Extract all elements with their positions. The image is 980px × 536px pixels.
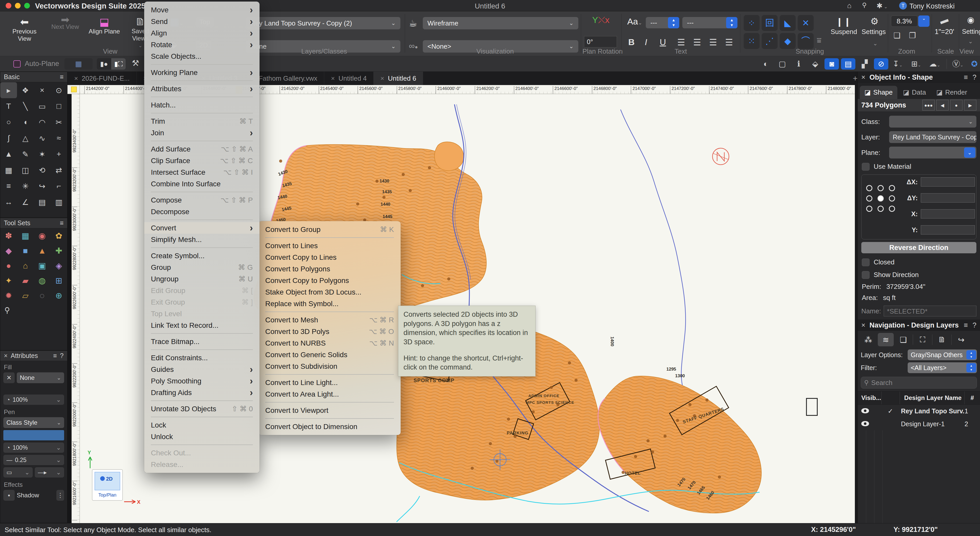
object-info-tab[interactable]: ◪ Data — [898, 86, 931, 99]
tool-set-button[interactable]: ◈ — [51, 258, 67, 273]
plan-rotation-field[interactable]: 0° — [584, 36, 617, 48]
bold-button[interactable]: B — [628, 37, 635, 47]
scale-value[interactable]: 1"=20' — [935, 28, 954, 36]
italic-button[interactable]: I — [645, 37, 647, 47]
shadow-toggle[interactable]: ▪ — [3, 490, 15, 501]
reference-point-grid[interactable] — [866, 185, 900, 216]
menu-item[interactable]: Drafting Aids — [144, 387, 259, 399]
auto-plane-checkbox[interactable] — [13, 60, 21, 67]
tool-set-button[interactable]: ◆ — [0, 243, 17, 258]
font-button[interactable]: Aa⌄ — [627, 16, 642, 27]
menu-item[interactable]: Unlock — [144, 431, 259, 442]
basic-tool-button[interactable]: ○ — [0, 114, 17, 130]
basic-tool-button[interactable]: ▸ — [0, 82, 17, 98]
layer-row[interactable]: Design Layer-1 2 — [858, 418, 980, 430]
close-icon[interactable]: × — [4, 352, 8, 359]
menu-item[interactable]: Send — [144, 16, 259, 27]
prism-icon[interactable]: ⬙ — [808, 58, 822, 70]
class-dropdown[interactable]: ⌄ — [889, 116, 977, 128]
suspend-snapping-icon[interactable]: ❙❙ — [836, 16, 851, 27]
menu-item[interactable]: Release... — [144, 459, 259, 470]
menu-item[interactable]: Unrotate 3D Objects ⇧ ⌘ 0 — [144, 403, 259, 415]
document-tab[interactable]: × Untitled 4 — [324, 72, 374, 85]
next-view-button[interactable]: ➡ Next View — [48, 16, 82, 30]
sheet-layers-icon[interactable]: ❏ — [895, 333, 911, 346]
render-mode-dropdown[interactable]: Wireframe⌄ — [423, 17, 578, 29]
home-icon[interactable]: ⌂ — [847, 2, 851, 10]
snap-tangent-icon[interactable]: ⌒ — [798, 33, 814, 49]
close-tab-icon[interactable]: × — [331, 75, 335, 83]
menu-item[interactable]: Attributes — [144, 83, 259, 94]
stake-tool-icon[interactable]: ↧⌄ — [890, 58, 905, 70]
submenu-item[interactable]: Convert Copy to Polygons — [259, 275, 401, 286]
align-plane-button[interactable]: ⬓ Align Plane — [88, 16, 121, 35]
line-weight-dropdown[interactable]: —0.25⌄ — [3, 455, 64, 465]
layer-dropdown[interactable]: Rey Land Topo Survrey - Copy (2)⌄ — [246, 17, 400, 29]
menu-item[interactable]: Group ⌘ G — [144, 262, 259, 273]
use-material-checkbox[interactable] — [862, 163, 870, 171]
menu-item[interactable]: Trim ⌘ T — [144, 115, 259, 127]
basic-tool-button[interactable]: ✳ — [17, 178, 34, 194]
menu-item[interactable]: Working Plane — [144, 67, 259, 78]
line-type-dropdown[interactable]: ▭⌄ — [3, 467, 33, 477]
basic-tool-button[interactable]: ⇄ — [51, 162, 67, 178]
next-object-button[interactable]: ▶ — [964, 100, 977, 110]
ghost-icon[interactable]: ☁⌄ — [928, 58, 942, 70]
filter-dropdown[interactable]: <All Layers>▴▾ — [908, 362, 977, 373]
menu-item[interactable]: Top Level — [144, 308, 259, 319]
basic-tool-button[interactable]: ✎ — [17, 146, 34, 162]
magnifier-icon[interactable]: ⚲ — [5, 306, 10, 314]
user-name[interactable]: Tony Kostreski — [910, 2, 955, 10]
crop-tool-icon[interactable]: ⊞⌄ — [909, 58, 923, 70]
menu-item[interactable]: Rotate — [144, 39, 259, 51]
submenu-item[interactable]: Convert to Subdivision — [259, 361, 401, 372]
tool-set-button[interactable]: ■ — [17, 243, 34, 258]
tool-set-button[interactable]: ◉ — [34, 228, 51, 243]
basic-palette-header[interactable]: Basic ≡ — [0, 72, 67, 82]
fit-objects-icon[interactable]: ❐ — [909, 31, 916, 40]
avatar[interactable]: T — [899, 2, 907, 10]
tool-set-button[interactable]: ▦ — [17, 228, 34, 243]
close-icon[interactable]: × — [861, 321, 865, 329]
menu-item[interactable]: Edit Group ⌘ [ — [144, 285, 259, 296]
document-tab[interactable]: × Untitled 6 — [374, 72, 423, 85]
tool-set-button[interactable]: ⊕ — [51, 288, 67, 303]
basic-tool-button[interactable]: ▭ — [34, 98, 51, 114]
submenu-item[interactable]: Replace with Symbol... — [259, 298, 401, 309]
tool-set-search-row[interactable]: ⚲ — [0, 303, 67, 317]
origin-marker[interactable] — [71, 86, 77, 92]
plane-dropdown[interactable] — [889, 147, 977, 158]
menu-item[interactable]: Simplify Mesh... — [144, 234, 259, 245]
menu-item[interactable]: Compose ⌥ ⇧ ⌘ P — [144, 194, 259, 206]
menu-item[interactable]: Decompose — [144, 206, 259, 217]
tool-set-button[interactable]: ✚ — [51, 243, 67, 258]
submenu-item[interactable]: Convert to Area Light... — [259, 388, 401, 400]
menu-item[interactable]: Edit Constraints... — [144, 352, 259, 364]
menu-item[interactable]: Poly Smoothing — [144, 375, 259, 387]
basic-tool-button[interactable]: × — [34, 82, 51, 98]
menu-item[interactable]: Ungroup ⌘ U — [144, 273, 259, 285]
submenu-item[interactable]: Convert Object to Dimension — [259, 421, 401, 432]
basic-tool-button[interactable]: ↔ — [0, 194, 17, 210]
text-size-stepper[interactable]: ▴▾ — [668, 17, 679, 28]
justify-icon[interactable]: ☰ — [725, 37, 733, 48]
object-info-tab[interactable]: ◪ Render — [932, 86, 972, 99]
prev-object-button[interactable]: ◀ — [936, 100, 948, 110]
help-icon[interactable]: ? — [60, 352, 64, 359]
basic-tool-button[interactable]: ◖ — [17, 114, 34, 130]
tool-set-button[interactable]: ● — [0, 258, 17, 273]
tool-set-button[interactable]: ✦ — [0, 273, 17, 288]
fit-page-icon[interactable]: ❏ — [894, 31, 900, 40]
submenu-item[interactable]: Convert Copy to Lines — [259, 252, 401, 263]
more-options-button[interactable]: ●●● — [922, 100, 935, 110]
basic-tool-button[interactable]: ≈ — [51, 130, 67, 146]
basic-tool-button[interactable]: △ — [17, 130, 34, 146]
help-icon[interactable]: ? — [972, 321, 977, 329]
basic-tool-button[interactable]: ▤ — [34, 194, 51, 210]
basic-tool-button[interactable]: ◠ — [34, 114, 51, 130]
submenu-item[interactable]: Stake Object from 3D Locus... — [259, 286, 401, 298]
marker-dropdown[interactable]: —▸⌄ — [35, 467, 64, 477]
basic-tool-button[interactable]: ◫ — [17, 162, 34, 178]
basic-tool-button[interactable]: ⟲ — [34, 162, 51, 178]
menu-item[interactable]: Create Symbol... — [144, 250, 259, 262]
